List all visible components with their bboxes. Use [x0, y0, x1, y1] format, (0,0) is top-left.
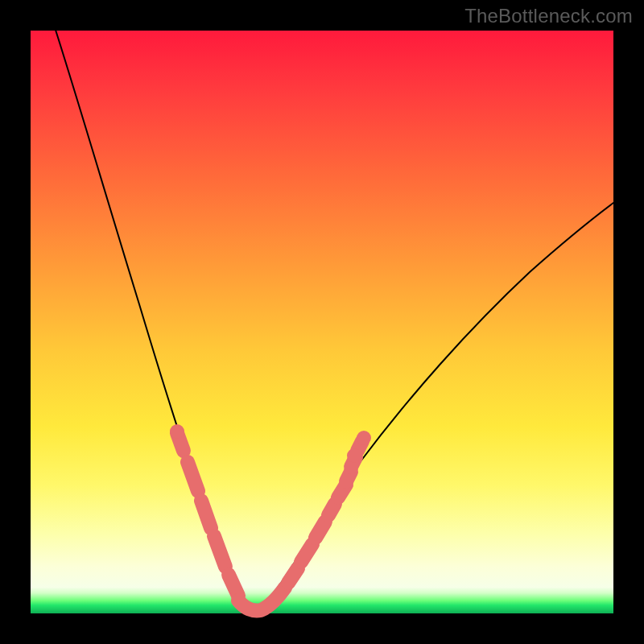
- highlight-band-left-2: [188, 462, 198, 491]
- highlight-band-left-4: [214, 536, 225, 567]
- highlight-band-left-5: [229, 575, 238, 596]
- bead-icon: [347, 448, 361, 463]
- highlight-band-right-2: [301, 544, 312, 562]
- highlight-band-right-3: [316, 522, 325, 538]
- chart-frame: TheBottleneck.com: [0, 0, 644, 644]
- highlight-band-right-4: [328, 504, 335, 515]
- bead-icon: [170, 424, 184, 439]
- bottleneck-curve-left: [55, 27, 253, 613]
- watermark-text: TheBottleneck.com: [464, 5, 633, 27]
- highlight-band-trough: [238, 588, 285, 611]
- highlight-band-right-1: [288, 568, 298, 583]
- curve-svg: [31, 31, 613, 613]
- plot-area: [31, 31, 613, 613]
- bead-icon: [357, 431, 371, 445]
- highlight-band-left-3: [201, 501, 211, 528]
